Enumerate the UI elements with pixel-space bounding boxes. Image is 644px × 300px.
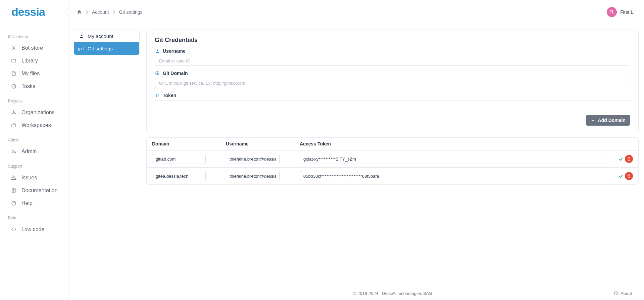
nav-section-label: Main menu <box>0 30 68 42</box>
logo[interactable]: dessia <box>11 5 45 18</box>
git-credentials-card: Git Credentials Username Git Domain <box>146 30 639 132</box>
nav-section-label: Admin <box>0 134 68 145</box>
plus-icon <box>591 118 595 123</box>
about-link[interactable]: About <box>614 291 632 296</box>
svg-point-1 <box>12 84 16 88</box>
row-username-input[interactable] <box>226 171 280 181</box>
sidebar: dessia Main menu Bot store Library My fi… <box>0 0 68 300</box>
sidebar-item-label: My files <box>21 71 40 77</box>
main: ❯ Account ❯ Git settings FL First L. My … <box>68 0 644 300</box>
about-label: About <box>621 291 632 296</box>
tab-my-account[interactable]: My account <box>74 30 139 42</box>
check-circle-icon <box>11 84 17 89</box>
row-domain-input[interactable] <box>152 171 206 181</box>
breadcrumb: ❯ Account ❯ Git settings <box>77 9 143 15</box>
breadcrumb-home[interactable] <box>77 9 82 15</box>
topbar: ❯ Account ❯ Git settings FL First L. <box>68 0 644 24</box>
nav-section-label: Beta <box>0 212 68 223</box>
sidebar-item-bot-store[interactable]: Bot store <box>0 42 68 54</box>
user-gear-icon <box>11 149 17 154</box>
chevron-right-icon: ❯ <box>85 10 89 14</box>
breadcrumb-account[interactable]: Account <box>92 9 109 15</box>
sidebar-item-label: Workspaces <box>21 122 51 128</box>
svg-point-2 <box>13 111 14 112</box>
field-username: Username <box>155 48 630 66</box>
sidebar-item-label: Admin <box>21 148 37 155</box>
credentials-table: Domain Username Access Token <box>146 137 639 185</box>
settings-tabs: My account git Git settings <box>74 30 140 55</box>
user-icon <box>155 49 160 53</box>
svg-point-6 <box>13 150 14 151</box>
help-icon <box>11 201 17 206</box>
user-display-name: First L. <box>620 9 635 15</box>
sidebar-collapse-button[interactable] <box>65 9 71 15</box>
sidebar-item-workspaces[interactable]: Workspaces <box>0 119 68 132</box>
card-title: Git Credentials <box>155 37 630 44</box>
trash-icon <box>627 157 631 161</box>
svg-point-7 <box>14 152 15 153</box>
row-username-input[interactable] <box>226 154 280 164</box>
content: My account git Git settings Git Credenti… <box>68 24 644 300</box>
trash-icon <box>627 174 631 178</box>
sidebar-item-label: Tasks <box>21 83 35 89</box>
svg-point-11 <box>157 49 158 51</box>
alert-icon <box>11 175 17 180</box>
sidebar-item-issues[interactable]: Issues <box>0 171 68 184</box>
sidebar-item-tasks[interactable]: Tasks <box>0 80 68 93</box>
sidebar-item-my-files[interactable]: My files <box>0 67 68 80</box>
sidebar-item-label: Low code <box>21 226 45 232</box>
field-token: Token <box>155 93 630 110</box>
code-icon <box>11 227 17 232</box>
tab-git-settings[interactable]: git Git settings <box>74 42 139 55</box>
user-area[interactable]: FL First L. <box>607 7 635 17</box>
svg-point-3 <box>12 113 13 114</box>
token-input[interactable] <box>155 100 630 110</box>
svg-rect-5 <box>12 124 16 127</box>
nav-section-label: Projects <box>0 95 68 106</box>
footer: © 2016-2024 | DessiA Technologies SAS Ab… <box>146 287 639 300</box>
row-token-input[interactable] <box>300 154 606 164</box>
chevron-left-icon <box>67 11 69 14</box>
doc-icon <box>11 188 17 193</box>
svg-point-0 <box>13 47 14 49</box>
sidebar-nav: Main menu Bot store Library My files Tas… <box>0 24 68 245</box>
globe-icon <box>155 71 160 76</box>
breadcrumb-git[interactable]: Git settings <box>119 9 143 15</box>
field-label-text: Git Domain <box>163 71 188 76</box>
hash-icon <box>155 93 160 98</box>
row-domain-input[interactable] <box>152 154 206 164</box>
sidebar-item-help[interactable]: Help <box>0 197 68 210</box>
domain-input[interactable] <box>155 78 630 88</box>
folder-icon <box>11 58 17 63</box>
delete-row-button[interactable] <box>625 172 633 180</box>
svg-point-10 <box>81 35 83 36</box>
table-header: Domain Username Access Token <box>147 138 638 150</box>
copyright: © 2016-2024 | DessiA Technologies SAS <box>353 291 432 296</box>
sidebar-item-label: Organizations <box>21 110 55 116</box>
org-icon <box>11 110 17 115</box>
user-icon <box>79 34 84 39</box>
tab-label: Git settings <box>88 46 113 51</box>
logo-wrap: dessia <box>0 0 68 24</box>
sidebar-item-library[interactable]: Library <box>0 54 68 67</box>
sidebar-item-label: Library <box>21 58 38 64</box>
row-token-input[interactable] <box>300 171 606 181</box>
sidebar-item-organizations[interactable]: Organizations <box>0 106 68 119</box>
sidebar-item-label: Help <box>21 200 33 206</box>
right-column: Git Credentials Username Git Domain <box>146 30 639 300</box>
sidebar-item-documentation[interactable]: Documentation <box>0 184 68 197</box>
sidebar-item-label: Bot store <box>21 45 43 51</box>
info-icon <box>614 291 618 296</box>
sidebar-item-admin[interactable]: Admin <box>0 145 68 158</box>
delete-row-button[interactable] <box>625 155 633 163</box>
bot-icon <box>11 45 17 51</box>
chevron-right-icon: ❯ <box>112 10 116 14</box>
sidebar-item-low-code[interactable]: Low code <box>0 223 68 236</box>
add-domain-button[interactable]: Add Domain <box>586 115 630 126</box>
git-icon: git <box>79 46 84 51</box>
username-input[interactable] <box>155 56 630 66</box>
button-label: Add Domain <box>598 118 626 123</box>
tab-label: My account <box>88 33 113 39</box>
file-icon <box>11 71 17 76</box>
table-row <box>147 150 638 167</box>
